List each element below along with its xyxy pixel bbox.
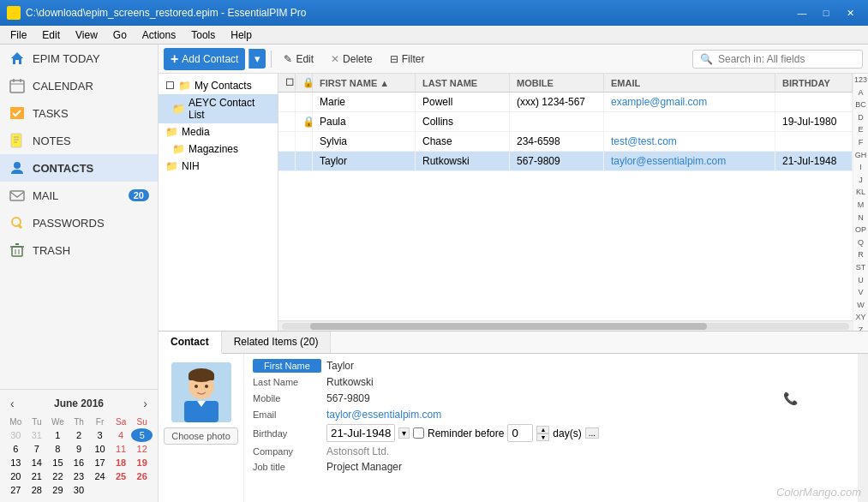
alpha-R[interactable]: R [858,248,864,261]
cal-day-today[interactable]: 5 [131,428,153,442]
sidebar-item-notes[interactable]: NOTES [0,127,158,154]
search-input[interactable] [718,53,855,65]
alpha-123[interactable]: 123 [854,74,867,87]
sidebar-item-passwords[interactable]: PASSWORDS [0,209,158,236]
cal-day[interactable]: 15 [47,456,69,469]
sidebar-item-tasks[interactable]: TASKS [0,99,158,127]
alpha-J[interactable]: J [859,174,863,187]
cal-day[interactable]: 28 [27,483,48,497]
cal-day[interactable]: 16 [69,456,90,469]
cal-day[interactable]: 2 [69,428,90,442]
edit-button[interactable]: ✎ Edit [277,50,320,69]
cal-day[interactable]: 22 [47,469,69,483]
birthday-input[interactable] [326,424,395,442]
cal-next[interactable]: › [138,395,153,412]
tree-item-nih[interactable]: 📁 NIH [159,158,278,175]
th-first[interactable]: FIRST NAME ▲ [313,74,416,92]
alpha-GH[interactable]: GH [855,149,867,162]
filter-button[interactable]: ⊟ Filter [383,50,432,69]
sidebar-item-calendar[interactable]: CALENDAR [0,72,158,99]
sidebar-item-trash[interactable]: TRASH [0,236,158,264]
alpha-E[interactable]: E [858,123,863,136]
cal-day[interactable]: 8 [47,442,69,456]
field-value-email[interactable]: taylor@essentialpim.com [326,409,441,421]
cal-day[interactable]: 1 [47,428,69,442]
days-down[interactable]: ▼ [536,433,549,441]
tab-related-items[interactable]: Related Items (20) [222,332,332,353]
sidebar-item-contacts[interactable]: CONTACTS [0,154,158,182]
cal-day[interactable]: 17 [89,456,111,469]
cal-day[interactable]: 21 [27,469,48,483]
cal-day[interactable]: 29 [47,483,69,497]
cal-day[interactable]: 12 [131,442,153,456]
table-row[interactable]: Marie Powell (xxx) 1234-567 example@gmai… [278,93,853,112]
alpha-OP[interactable]: OP [855,224,866,236]
detail-scrollbar[interactable] [858,354,868,502]
th-flag[interactable]: 🔒 [296,74,313,92]
cal-day[interactable]: 31 [27,428,48,442]
menu-edit[interactable]: Edit [35,27,67,43]
menu-help[interactable]: Help [224,27,259,43]
days-up[interactable]: ▲ [536,426,549,433]
cal-day[interactable]: 19 [131,456,153,469]
alpha-W[interactable]: W [857,299,865,312]
cal-day[interactable]: 30 [69,483,90,497]
add-contact-dropdown[interactable]: ▾ [248,49,266,69]
th-check[interactable]: ☐ [278,74,296,92]
th-mobile[interactable]: MOBILE [510,74,604,92]
cal-day[interactable]: 25 [111,469,132,483]
sidebar-item-mail[interactable]: MAIL 20 [0,182,158,209]
cal-day[interactable]: 23 [69,469,90,483]
tree-item-magazines[interactable]: 📁 Magazines [159,140,278,158]
cal-day[interactable]: 13 [5,456,27,469]
close-button[interactable]: ✕ [839,4,861,21]
alpha-KL[interactable]: KL [856,186,865,199]
birthday-dropdown[interactable]: ▾ [398,427,410,439]
alpha-Z[interactable]: Z [859,324,864,331]
tree-item-aeyc[interactable]: 📁 AEYC Contact List [159,94,278,123]
alpha-D[interactable]: D [858,111,864,124]
birthday-more[interactable]: ... [585,427,599,439]
cal-day[interactable]: 26 [131,469,153,483]
cal-day[interactable]: 3 [89,428,111,442]
cal-day[interactable]: 9 [69,442,90,456]
tree-root[interactable]: ☐ 📁 My Contacts [159,77,278,94]
cal-day[interactable]: 11 [111,442,132,456]
table-row[interactable]: Sylvia Chase 234-6598 test@test.com [278,132,853,152]
alpha-BC[interactable]: BC [855,99,866,111]
alpha-F[interactable]: F [859,136,864,149]
cal-day[interactable]: 4 [111,428,132,442]
cal-day[interactable]: 18 [111,456,132,469]
th-email[interactable]: EMAIL [604,74,775,92]
menu-go[interactable]: Go [106,27,134,43]
table-row[interactable]: Taylor Rutkowski 567-9809 taylor@essenti… [278,152,853,171]
alpha-N[interactable]: N [858,212,864,224]
alpha-I[interactable]: I [859,161,862,174]
alpha-Q[interactable]: Q [858,236,864,249]
alpha-M[interactable]: M [858,199,865,212]
choose-photo-button[interactable]: Choose photo [164,427,238,445]
cal-day[interactable]: 30 [5,428,27,442]
alpha-XY[interactable]: XY [855,311,865,324]
cal-day[interactable]: 10 [89,442,111,456]
tab-contact[interactable]: Contact [159,332,222,354]
cal-prev[interactable]: ‹ [5,395,20,412]
tree-item-media[interactable]: 📁 Media [159,123,278,140]
cal-day[interactable]: 14 [27,456,48,469]
th-last[interactable]: LAST NAME [416,74,510,92]
delete-button[interactable]: ✕ Delete [324,50,380,69]
menu-file[interactable]: File [3,27,33,43]
cal-day[interactable]: 7 [27,442,48,456]
maximize-button[interactable]: □ [815,4,837,21]
menu-tools[interactable]: Tools [184,27,222,43]
sidebar-item-epim-today[interactable]: EPIM TODAY [0,45,158,72]
add-contact-button[interactable]: + Add Contact [164,48,245,70]
th-birthday[interactable]: BIRTHDAY [775,74,853,92]
cal-day[interactable]: 20 [5,469,27,483]
cal-day[interactable]: 6 [5,442,27,456]
alpha-V[interactable]: V [858,286,863,299]
minimize-button[interactable]: — [791,4,813,21]
cal-day[interactable]: 24 [89,469,111,483]
h-scrollbar[interactable] [278,320,853,331]
cal-day[interactable]: 27 [5,483,27,497]
